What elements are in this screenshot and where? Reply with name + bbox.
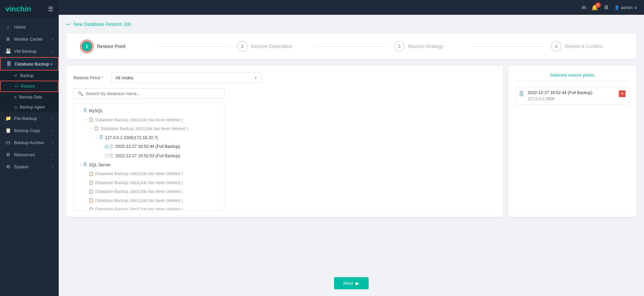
topbar: ✉ 🔔 3 🖥 👤 admin ∨ [59,0,644,15]
tree-label-sqlserver: SQL Server [89,161,111,169]
chevron-right-icon: › [52,141,53,144]
tree-row-server[interactable]: − 🗄 127.0.0.1:3306(172.18.20.7) [93,133,221,142]
checkbox-checked-icon: ☑ [105,143,109,151]
sidebar-item-vm-backup[interactable]: 💾 VM Backup › [0,45,59,57]
remove-restore-point-button[interactable]: ✕ [619,90,626,97]
resources-icon: ⚙ [5,152,11,157]
sidebar-subitem-label: Backup Data [19,95,42,99]
empty-toggle [100,153,105,159]
chevron-down-icon: ∨ [50,62,53,66]
db-icon: 🗄 [83,161,87,169]
tree-row-backup1[interactable]: ☑ 🕐 2022-12-27 16:52:44 (Full Backup) [99,142,221,151]
tree-row-mysql-job2[interactable]: − 📋 Database Backup Job1(Job has been de… [88,124,221,133]
backup-data-icon: ≡ [14,95,16,99]
expand-job1-icon[interactable]: + [84,117,89,123]
tree-row-ss-job3[interactable]: 📋 Database Backup Job1(Job has been dele… [83,187,221,196]
sidebar-item-system[interactable]: ⚙ System › [0,161,59,173]
restore-point-dropdown[interactable]: All nodes ▼ [111,73,262,83]
tree-row-ss-job5[interactable]: 📋 Database Backup Job1(Job has been dele… [83,205,221,210]
step-label-2: Restore Destination [251,44,292,49]
next-arrow-icon: ▶ [356,281,359,286]
tree-row-mysql-job1[interactable]: + 📋 Database Backup Job1(Job has been de… [83,116,221,125]
hamburger-icon[interactable]: ☰ [48,5,53,13]
expand-sqlserver-icon[interactable]: + [78,162,83,168]
step-number-3: 3 [394,41,405,52]
chevron-down-icon: ∨ [634,5,637,10]
sidebar-item-monitor-center[interactable]: 🖥 Monitor Center › [0,33,59,45]
tree-container: − 🗄 MySQL + 📋 Database Backup Job1(Job h… [73,103,224,210]
wizard-step-2: 2 Restore Destination [237,41,309,52]
logo-vin: vin [5,5,16,13]
messages-icon[interactable]: ✉ [582,4,586,11]
sidebar-subitem-backup-data[interactable]: ≡ Backup Data [0,92,59,102]
sidebar-item-label: Monitor Center [14,37,43,42]
chevron-right-icon: › [52,37,53,41]
selected-item-name: 2022-12-27 16:52:44 (Full Backup) [528,90,615,95]
left-panel: Restore Point * All nodes ▼ 🔍 [67,66,503,217]
checkbox-unchecked-icon: ☐ [105,152,109,160]
expand-job2-icon[interactable]: − [89,126,94,132]
sidebar-item-backup-archive[interactable]: 🗃 Backup Archive › [0,136,59,149]
monitor-icon[interactable]: 🖥 [603,4,609,10]
tree-row-mysql[interactable]: − 🗄 MySQL [77,107,221,116]
user-menu[interactable]: 👤 admin ∨ [614,5,637,10]
job-icon: 📋 [89,197,94,204]
job-icon: 📋 [89,206,94,210]
sidebar-item-resources[interactable]: ⚙ Resources › [0,149,59,161]
next-button[interactable]: Next ▶ [334,277,369,289]
next-label: Next [343,281,353,286]
step-label-3: Restore Strategy [408,44,443,49]
notifications-icon[interactable]: 🔔 3 [591,4,598,11]
sidebar-item-backup-copy[interactable]: 📋 Backup Copy › [0,124,59,136]
chevron-right-icon: › [52,49,53,53]
tree-label-backup2: 2022-12-27 16:52:53 (Full Backup) [115,152,180,160]
tree-row-ss-job4[interactable]: 📋 Database Backup Job1(Job has been dele… [83,196,221,205]
sidebar-item-database-backup[interactable]: 🗄 Database Backup ∨ [0,57,59,71]
sidebar-item-home[interactable]: ⌂ Home [0,21,59,33]
vm-icon: 💾 [5,48,11,54]
tree-row-ss-job2[interactable]: 📋 Database Backup Job1(Job has been dele… [83,178,221,187]
step-label-4: Review & Confirm [565,44,602,49]
job-icon: 📋 [89,179,94,186]
tree-row-sqlserver[interactable]: + 🗄 SQL Server [77,161,221,170]
sidebar-subitem-restore[interactable]: ↩ Restore [0,81,59,92]
backup-agent-icon: ◇ [14,105,17,110]
job-icon: 📋 [89,170,94,178]
tree-row-backup2[interactable]: ☐ 🕐 2022-12-27 16:52:53 (Full Backup) [99,151,221,160]
tree-label-mysql-job1: Database Backup Job1(Job has been delete… [95,116,183,124]
sidebar-item-label: Resources [14,152,35,157]
collapse-mysql-icon[interactable]: − [78,108,83,114]
empty-toggle [100,144,105,150]
step-divider-2 [316,46,387,47]
tree-row-ss-job1[interactable]: 📋 Database Backup Job1(Job has been dele… [83,169,221,178]
mysql-children: + 📋 Database Backup Job1(Job has been de… [77,116,221,161]
page-content: ↩ New Database Restore Job 1 Restore Poi… [59,15,644,270]
page-footer: Next ▶ [59,270,644,296]
toggle [84,198,89,204]
page-title: New Database Restore Job [73,22,131,27]
restore-header-icon: ↩ [67,22,71,27]
sidebar-subitem-backup-agent[interactable]: ◇ Backup Agent [0,102,59,112]
job-icon: 📋 [89,116,94,124]
sidebar-subitem-backup[interactable]: ↩ Backup [0,71,59,81]
step-number-2: 2 [237,41,248,52]
toggle [84,171,89,177]
logo: vinchin [5,5,31,13]
chevron-right-icon: › [52,129,53,132]
expand-server-icon[interactable]: − [95,135,99,141]
tree-label-ss-job4: Database Backup Job1(Job has been delete… [95,197,183,205]
sidebar-item-file-backup[interactable]: 📁 File Backup › [0,112,59,124]
sidebar-item-label: Backup Copy [14,128,40,133]
sidebar-nav: ⌂ Home 🖥 Monitor Center › 💾 VM Backup › … [0,18,59,296]
database-icon: 🗄 [6,61,11,67]
chevron-right-icon: › [52,117,53,120]
sidebar: vinchin ☰ ⌂ Home 🖥 Monitor Center › 💾 VM… [0,0,59,296]
sidebar-item-label: Database Backup [15,61,49,67]
sidebar-item-label: Home [14,25,26,30]
job-icon: 📋 [89,188,94,196]
step-number-4: 4 [551,41,561,52]
sidebar-item-label: Backup Archive [14,140,44,145]
search-input[interactable] [86,91,220,96]
tree-node-sqlserver: + 🗄 SQL Server 📋 Database Backup Job1(Jo… [77,161,221,210]
selected-restore-point-item: 🗄 2022-12-27 16:52:44 (Full Backup) 127.… [515,87,629,105]
